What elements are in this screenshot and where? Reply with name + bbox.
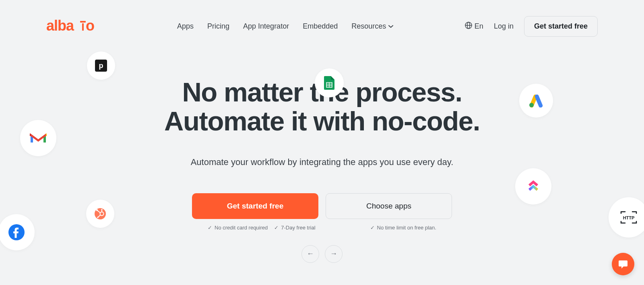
get-started-header-button[interactable]: Get started free — [524, 16, 598, 37]
google-sheets-icon — [324, 76, 334, 90]
app-icon-clickup — [515, 168, 551, 204]
chat-icon — [618, 259, 628, 269]
gmail-icon — [29, 131, 47, 145]
svg-point-14 — [96, 209, 98, 211]
hero-subtitle: Automate your workflow by integrating th… — [0, 157, 644, 167]
check-icon: ✓ — [274, 225, 279, 231]
clickup-icon — [525, 178, 541, 194]
note-trial: ✓ 7-Day free trial — [274, 225, 315, 231]
app-icon-hubspot — [86, 200, 114, 228]
app-icon-facebook — [0, 214, 35, 250]
nav-apps[interactable]: Apps — [177, 22, 194, 31]
http-icon: HTTP — [619, 210, 639, 225]
pipedrive-icon: p — [95, 60, 107, 72]
svg-point-20 — [529, 103, 534, 107]
globe-icon — [465, 22, 472, 31]
note-no-card: ✓ No credit card required — [208, 225, 268, 231]
header-right: En Log in Get started free — [465, 16, 598, 37]
chat-widget-button[interactable] — [612, 253, 634, 275]
svg-text:HTTP: HTTP — [623, 215, 635, 220]
nav-resources[interactable]: Resources — [351, 22, 393, 31]
nav-app-integrator[interactable]: App Integrator — [243, 22, 289, 31]
svg-text:alba: alba — [46, 19, 74, 34]
svg-text:o: o — [86, 19, 95, 34]
app-icon-google-sheets — [315, 68, 344, 97]
main-nav: Apps Pricing App Integrator Embedded Res… — [177, 22, 393, 31]
hero-title-line2: Automate it with no-code. — [164, 106, 480, 136]
arrow-left-icon: ← — [307, 250, 314, 258]
nav-resources-label: Resources — [351, 22, 386, 31]
carousel-arrows: ← → — [0, 245, 644, 263]
check-icon: ✓ — [208, 225, 212, 231]
carousel-next-button[interactable]: → — [325, 245, 343, 263]
svg-rect-1 — [80, 21, 86, 23]
nav-pricing[interactable]: Pricing — [207, 22, 229, 31]
chevron-down-icon — [388, 24, 393, 29]
svg-point-10 — [101, 209, 103, 211]
note-free-plan: ✓ No time limit on free plan. — [370, 225, 436, 231]
login-link[interactable]: Log in — [494, 22, 514, 31]
arrow-right-icon: → — [330, 250, 337, 258]
logo[interactable]: alba o — [46, 19, 113, 34]
language-selector[interactable]: En — [465, 22, 483, 31]
carousel-prev-button[interactable]: ← — [301, 245, 319, 263]
svg-rect-2 — [82, 23, 84, 31]
app-icon-pipedrive: p — [87, 52, 115, 80]
get-started-button[interactable]: Get started free — [192, 193, 318, 219]
hubspot-icon — [95, 208, 106, 219]
nav-embedded[interactable]: Embedded — [303, 22, 338, 31]
choose-apps-button[interactable]: Choose apps — [326, 193, 452, 219]
google-ads-icon — [528, 94, 544, 107]
header: alba o Apps Pricing App Integrator Embed… — [0, 0, 644, 37]
app-icon-google-ads — [519, 84, 553, 118]
check-icon: ✓ — [370, 225, 375, 231]
app-icon-gmail — [20, 120, 56, 156]
language-label: En — [475, 22, 483, 31]
facebook-icon — [8, 224, 25, 240]
svg-point-12 — [97, 217, 99, 218]
